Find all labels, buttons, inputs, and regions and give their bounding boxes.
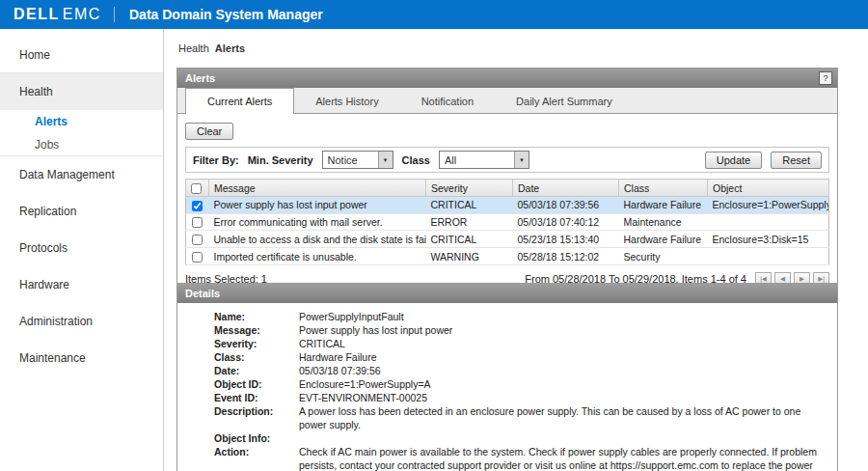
cell-class: Hardware Failure (619, 231, 708, 248)
tab-daily-alert-summary[interactable]: Daily Alert Summary (495, 91, 634, 113)
sidebar-item-administration[interactable]: Administration (0, 303, 163, 340)
sidebar-item-replication[interactable]: Replication (0, 193, 163, 230)
help-button[interactable]: ? (819, 71, 832, 85)
alerts-panel-header: Alerts ? (177, 69, 837, 88)
main-content: Health Alerts Alerts ? Current Alerts Al… (165, 29, 868, 471)
cell-object (708, 213, 829, 231)
alerts-panel-body: Clear Filter By: Min. Severity Notice ▼ … (177, 114, 837, 294)
cell-date: 05/03/18 07:40:12 (513, 213, 619, 231)
detail-field: Date: 05/03/18 07:39:56 (214, 364, 829, 377)
cell-severity: CRITICAL (426, 231, 513, 248)
detail-label: Class: (214, 350, 299, 364)
detail-value: PowerSupplyInputFault (299, 310, 829, 323)
tab-label: Current Alerts (207, 96, 272, 107)
cell-severity: WARNING (426, 248, 513, 265)
cell-object: Enclosure=1:PowerSupply=A (708, 197, 829, 214)
cell-message: Power supply has lost input power (209, 197, 426, 214)
cell-message: Imported certificate is unusable. (209, 248, 426, 265)
sidebar-item-jobs[interactable]: Jobs (0, 133, 163, 156)
cell-class: Security (619, 248, 708, 265)
tab-notification[interactable]: Notification (400, 91, 495, 113)
sidebar-item-label: Home (19, 48, 50, 62)
details-panel-header: Details (177, 284, 837, 303)
top-header: DELL EMC Data Domain System Manager (0, 0, 868, 29)
detail-label: Name: (214, 310, 299, 323)
detail-label: Date: (214, 364, 299, 377)
tab-current-alerts[interactable]: Current Alerts (185, 88, 294, 114)
detail-value: A power loss has been detected in an enc… (299, 404, 829, 431)
table-header-row: Message Severity Date Class Object (186, 180, 829, 197)
detail-label: Severity: (214, 337, 299, 350)
sidebar-item-label: Alerts (35, 115, 68, 128)
sidebar-item-alerts[interactable]: Alerts (0, 110, 163, 133)
detail-value: Power supply has lost input power (299, 323, 829, 337)
detail-value: Check if AC main power is available to t… (299, 445, 829, 471)
cell-date: 05/28/18 15:12:02 (513, 248, 619, 265)
select-all-header (186, 180, 209, 197)
detail-field: Description: A power loss has been detec… (214, 404, 829, 431)
class-label: Class (402, 154, 430, 166)
alerts-tabstrip: Current Alerts Alerts History Notificati… (177, 88, 837, 114)
header-divider (114, 7, 115, 22)
tab-alerts-history[interactable]: Alerts History (294, 91, 399, 113)
reset-button[interactable]: Reset (771, 152, 822, 169)
cell-message: Unable to access a disk and the disk sta… (209, 231, 426, 248)
row-checkbox[interactable] (192, 217, 203, 228)
column-header-class[interactable]: Class (619, 180, 708, 197)
details-body: Name: PowerSupplyInputFault Message: Pow… (177, 303, 837, 471)
tab-label: Notification (421, 96, 474, 107)
min-severity-label: Min. Severity (248, 154, 313, 166)
column-header-message[interactable]: Message (209, 180, 426, 197)
sidebar-item-home[interactable]: Home (0, 37, 163, 73)
cell-checkbox (186, 231, 209, 248)
table-row[interactable]: Imported certificate is unusable. WARNIN… (186, 248, 829, 265)
alerts-panel-title: Alerts (185, 72, 819, 84)
detail-value: EVT-ENVIRONMENT-00025 (299, 391, 829, 404)
class-select[interactable]: All ▼ (439, 151, 529, 169)
breadcrumb-section[interactable]: Health (178, 42, 209, 54)
sidebar-item-hardware[interactable]: Hardware (0, 266, 163, 303)
cell-message: Error communicating with mail server. (209, 213, 426, 231)
app-root: DELL EMC Data Domain System Manager Home… (0, 0, 868, 471)
detail-label: Event ID: (214, 391, 299, 404)
sidebar-item-maintenance[interactable]: Maintenance (0, 340, 163, 376)
alerts-panel: Alerts ? Current Alerts Alerts History N… (176, 68, 838, 295)
filter-bar: Filter By: Min. Severity Notice ▼ Class … (185, 147, 829, 173)
details-panel: Details Name: PowerSupplyInputFault Mess… (176, 283, 838, 471)
detail-label: Description: (214, 404, 299, 431)
row-checkbox[interactable] (192, 235, 203, 245)
clear-button[interactable]: Clear (185, 123, 233, 140)
cell-date: 05/03/18 07:39:56 (513, 197, 619, 214)
cell-class: Maintenance (619, 213, 708, 231)
detail-field: Object Info: (214, 431, 829, 445)
breadcrumb: Health Alerts (178, 42, 245, 54)
column-header-severity[interactable]: Severity (426, 180, 513, 197)
table-row[interactable]: Error communicating with mail server. ER… (186, 213, 829, 231)
row-checkbox[interactable] (192, 252, 203, 263)
sidebar-item-health[interactable]: Health (0, 73, 163, 110)
app-title: Data Domain System Manager (129, 7, 323, 22)
table-row[interactable]: Power supply has lost input power CRITIC… (186, 197, 829, 214)
detail-value: Hardware Failure (299, 350, 829, 364)
sidebar-item-label: Administration (19, 315, 93, 328)
cell-severity: CRITICAL (426, 197, 513, 214)
detail-field: Event ID: EVT-ENVIRONMENT-00025 (214, 391, 829, 404)
select-all-checkbox[interactable] (191, 183, 202, 194)
table-row[interactable]: Unable to access a disk and the disk sta… (186, 231, 829, 248)
row-checkbox[interactable] (192, 201, 203, 211)
update-button[interactable]: Update (705, 152, 762, 169)
dell-wordmark: DELL (14, 6, 60, 23)
column-header-date[interactable]: Date (513, 180, 619, 197)
detail-field: Action: Check if AC main power is availa… (214, 445, 829, 471)
detail-value: Enclosure=1:PowerSupply=A (299, 377, 829, 391)
column-header-object[interactable]: Object (708, 180, 829, 197)
sidebar-item-data-management[interactable]: Data Management (0, 156, 163, 193)
detail-value (299, 431, 829, 445)
cell-date: 05/23/18 15:13:40 (513, 231, 619, 248)
sidebar-item-protocols[interactable]: Protocols (0, 230, 163, 266)
detail-field: Object ID: Enclosure=1:PowerSupply=A (214, 377, 829, 391)
sidebar-nav: Home Health Alerts Jobs Data Management … (0, 29, 164, 471)
cell-object (708, 248, 829, 265)
class-value: All (440, 154, 514, 166)
min-severity-select[interactable]: Notice ▼ (322, 151, 393, 169)
